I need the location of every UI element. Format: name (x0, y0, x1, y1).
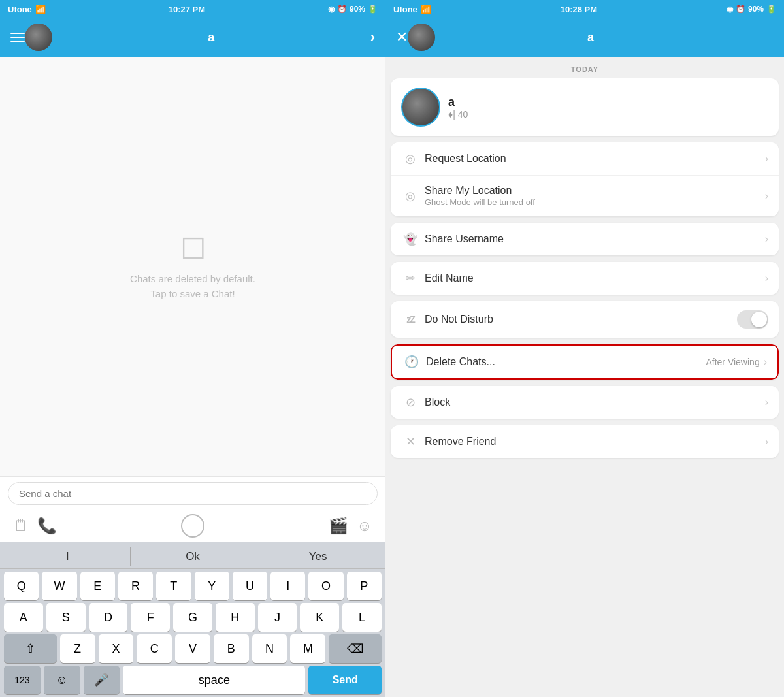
key-d[interactable]: D (89, 603, 128, 632)
share-location-text: Share My Location Ghost Mode will be tur… (425, 185, 765, 207)
left-status-left: Ufone 📶 (8, 5, 46, 14)
key-l[interactable]: L (342, 603, 382, 632)
key-n[interactable]: N (252, 634, 287, 663)
dnd-toggle[interactable] (737, 310, 768, 329)
toolbar-icons: 🗒 📞 🎬 ☺ (0, 510, 385, 542)
key-c[interactable]: C (137, 634, 172, 663)
profile-avatar (401, 88, 440, 127)
key-z[interactable]: Z (60, 634, 95, 663)
dnd-section: zZ Do Not Disturb (391, 301, 779, 338)
key-y[interactable]: Y (195, 572, 229, 600)
chat-empty-area: ☐ Chats are deleted by default. Tap to s… (0, 57, 385, 476)
emoji-icon[interactable]: ☺ (351, 517, 378, 535)
chat-empty-line2: Tap to save a Chat! (150, 288, 235, 299)
key-q[interactable]: Q (4, 572, 39, 600)
dnd-text: Do Not Disturb (425, 314, 737, 325)
left-battery: 90% (350, 5, 365, 14)
key-j[interactable]: J (258, 603, 297, 632)
delete-chats-item[interactable]: 🕐 Delete Chats... After Viewing › (391, 344, 779, 380)
remove-friend-label: Remove Friend (425, 436, 496, 447)
key-k[interactable]: K (300, 603, 339, 632)
right-status-left: Ufone 📶 (393, 5, 431, 14)
chat-bottom-area: 🗒 📞 🎬 ☺ (0, 476, 385, 542)
right-panel: Ufone 📶 10:28 PM ◉ ⏰ 90% 🔋 ✕ a TODAY a ♦… (385, 0, 784, 697)
key-a[interactable]: A (4, 603, 43, 632)
key-s[interactable]: S (46, 603, 86, 632)
dnd-item[interactable]: zZ Do Not Disturb (391, 301, 779, 338)
profile-score: ♦| 40 (448, 109, 468, 120)
close-button[interactable]: ✕ (396, 29, 408, 46)
edit-name-text: Edit Name (425, 272, 765, 284)
share-username-icon: 👻 (401, 232, 419, 246)
right-header-avatar[interactable] (408, 24, 435, 51)
suggestion-i[interactable]: I (5, 547, 131, 566)
edit-name-icon: ✏ (401, 271, 419, 285)
delete-chats-chevron: › (764, 356, 767, 368)
request-location-item[interactable]: ◎ Request Location › (391, 142, 779, 176)
key-numbers[interactable]: 123 (4, 666, 41, 694)
camera-circle-icon[interactable] (181, 514, 204, 538)
right-time: 10:28 PM (561, 5, 597, 14)
profile-info: a ♦| 40 (448, 95, 468, 120)
chat-input-area (0, 476, 385, 510)
request-location-chevron: › (765, 153, 768, 165)
right-header: ✕ a (385, 18, 784, 57)
left-carrier: Ufone (8, 5, 32, 14)
edit-name-item[interactable]: ✏ Edit Name › (391, 262, 779, 295)
key-f[interactable]: F (131, 603, 170, 632)
key-shift[interactable]: ⇧ (4, 634, 57, 663)
key-mic[interactable]: 🎤 (84, 666, 120, 694)
block-item[interactable]: ⊘ Block › (391, 386, 779, 419)
key-emoji[interactable]: ☺ (44, 666, 80, 694)
edit-name-label: Edit Name (425, 272, 474, 284)
block-text: Block (425, 397, 765, 408)
delete-chats-label: Delete Chats... (426, 356, 495, 367)
share-username-item[interactable]: 👻 Share Username › (391, 223, 779, 255)
keyboard-row-1: Q W E R T Y U I O P (4, 572, 382, 600)
profile-name: a (448, 95, 468, 109)
key-p[interactable]: P (347, 572, 382, 600)
key-u[interactable]: U (233, 572, 267, 600)
share-location-chevron: › (765, 190, 768, 202)
left-header-avatar[interactable] (25, 24, 52, 51)
key-g[interactable]: G (173, 603, 212, 632)
suggestion-ok[interactable]: Ok (131, 547, 256, 566)
chat-input[interactable] (8, 482, 378, 505)
key-e[interactable]: E (80, 572, 115, 600)
key-backspace[interactable]: ⌫ (329, 634, 382, 663)
key-t[interactable]: T (156, 572, 191, 600)
phone-icon[interactable]: 📞 (34, 517, 60, 535)
key-space[interactable]: space (123, 666, 305, 694)
profile-card[interactable]: a ♦| 40 (391, 78, 779, 136)
key-w[interactable]: W (42, 572, 76, 600)
block-icon: ⊘ (401, 395, 419, 410)
left-time: 10:27 PM (169, 5, 205, 14)
video-icon[interactable]: 🎬 (325, 517, 351, 535)
right-content: TODAY a ♦| 40 ◎ Request Location › ◎ Sha… (385, 57, 784, 697)
right-status-bar: Ufone 📶 10:28 PM ◉ ⏰ 90% 🔋 (385, 0, 784, 18)
chevron-right-icon[interactable]: › (370, 29, 375, 46)
key-i[interactable]: I (270, 572, 305, 600)
key-r[interactable]: R (118, 572, 153, 600)
key-v[interactable]: V (175, 634, 210, 663)
key-h[interactable]: H (216, 603, 255, 632)
share-location-label: Share My Location (425, 185, 765, 197)
right-battery: 90% (748, 5, 764, 14)
right-alarm-icon: ⏰ (736, 5, 745, 14)
today-label: TODAY (391, 65, 779, 73)
sticker-icon[interactable]: 🗒 (8, 517, 34, 535)
key-b[interactable]: B (214, 634, 249, 663)
location-icon: ◉ (328, 5, 335, 14)
suggestion-yes[interactable]: Yes (255, 547, 380, 566)
remove-friend-item[interactable]: ✕ Remove Friend › (391, 425, 779, 458)
dnd-icon: zZ (401, 314, 419, 325)
send-button[interactable]: Send (308, 666, 382, 694)
key-o[interactable]: O (308, 572, 343, 600)
share-location-item[interactable]: ◎ Share My Location Ghost Mode will be t… (391, 176, 779, 216)
left-status-right: ◉ ⏰ 90% 🔋 (328, 5, 378, 14)
hamburger-menu[interactable] (10, 33, 25, 42)
left-status-bar: Ufone 📶 10:27 PM ◉ ⏰ 90% 🔋 (0, 0, 385, 18)
key-x[interactable]: X (99, 634, 134, 663)
left-panel: Ufone 📶 10:27 PM ◉ ⏰ 90% 🔋 a › ☐ Chats a… (0, 0, 385, 697)
key-m[interactable]: M (290, 634, 325, 663)
